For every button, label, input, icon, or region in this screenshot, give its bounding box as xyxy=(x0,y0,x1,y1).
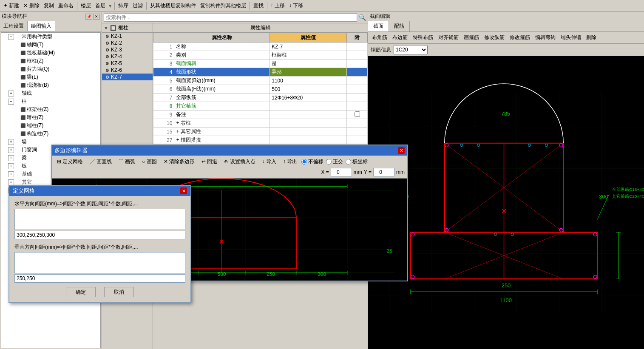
kz-item-KZ-3[interactable]: ⚙KZ-3 xyxy=(102,46,153,53)
search-input[interactable] xyxy=(104,13,357,22)
props-attach-9[interactable] xyxy=(347,111,368,119)
kz-item-KZ-6[interactable]: ⚙KZ-6 xyxy=(102,67,153,74)
section-tool-特殊布筋[interactable]: 特殊布筋 xyxy=(411,33,435,42)
tree-item-end_col[interactable]: ⬛端柱(Z) xyxy=(1,122,100,130)
kz-item-KZ-4[interactable]: ⚙KZ-4 xyxy=(102,53,153,60)
radio-no-offset[interactable] xyxy=(301,159,307,165)
props-row-1[interactable]: 1名称KZ-7 xyxy=(153,43,368,51)
rename-button[interactable]: 重命名 xyxy=(57,1,75,10)
pe-tool-6[interactable]: ⊕ 设置插入点 xyxy=(221,157,258,166)
floor-button[interactable]: 楼层 xyxy=(79,1,93,10)
tree-item-footing[interactable]: ⬛筏板基础(M) xyxy=(1,49,100,57)
tree-item-dark_col[interactable]: ⬛暗柱(Z) xyxy=(1,113,100,122)
props-attach-6[interactable] xyxy=(347,85,368,94)
tree-item-struct_col[interactable]: ⬛构造柱(Z) xyxy=(1,130,100,138)
props-attach-15[interactable] xyxy=(347,128,368,136)
tree-expand-axis_line[interactable]: + xyxy=(8,91,14,96)
props-row-4[interactable]: 4截面形状异形 xyxy=(153,68,368,77)
rebar-info-select[interactable]: 1C20 xyxy=(394,45,428,54)
new-button[interactable]: ✦ 新建 xyxy=(2,1,21,10)
tree-item-beam[interactable]: ⬛梁(L) xyxy=(1,73,100,81)
nav-close-button[interactable]: ✕ xyxy=(93,14,100,20)
x-input[interactable] xyxy=(331,168,352,176)
kz-item-KZ-5[interactable]: ⚙KZ-5 xyxy=(102,60,153,67)
props-value-10[interactable] xyxy=(270,119,347,128)
section-tool-对齐钢筋[interactable]: 对齐钢筋 xyxy=(436,33,461,42)
tree-expand-found[interactable]: + xyxy=(8,171,14,177)
tree-expand-slab_g[interactable]: + xyxy=(8,163,14,169)
tree-item-slab[interactable]: ⬛现浇板(B) xyxy=(1,81,100,89)
section-tool-修改纵筋[interactable]: 修改纵筋 xyxy=(482,33,507,42)
props-attach-7[interactable] xyxy=(347,94,368,102)
grid-def-close[interactable]: ✕ xyxy=(180,187,187,194)
nav-tab-settings[interactable]: 工程设置 xyxy=(0,21,28,31)
props-value-1[interactable]: KZ-7 xyxy=(270,43,347,51)
props-row-2[interactable]: 2类别框架柱 xyxy=(153,51,368,60)
v-field-value[interactable]: 250,250 xyxy=(14,274,185,283)
section-tool-编辑弯钩[interactable]: 编辑弯钩 xyxy=(533,33,558,42)
copy-button[interactable]: 复制 xyxy=(42,1,56,10)
pe-tool-4[interactable]: ✕ 清除多边形 xyxy=(161,157,197,166)
props-value-4[interactable]: 异形 xyxy=(270,68,347,77)
props-attach-8[interactable] xyxy=(347,102,368,111)
tree-item-common[interactable]: −常用构件类型 xyxy=(1,33,100,41)
props-attach-2[interactable] xyxy=(347,51,368,60)
tree-expand-beam_g[interactable]: + xyxy=(8,155,14,161)
props-attach-27[interactable] xyxy=(347,136,368,145)
section-tool-画箍筋[interactable]: 画箍筋 xyxy=(462,33,481,42)
section-tool-布边筋[interactable]: 布边筋 xyxy=(390,33,410,42)
tree-expand-other[interactable]: + xyxy=(8,179,14,185)
kz-item-KZ-1[interactable]: ⚙KZ-1 xyxy=(102,33,153,40)
h-field-input[interactable] xyxy=(14,209,185,230)
search-icon[interactable]: 🔍 xyxy=(359,14,366,21)
props-row-15[interactable]: 15+ 其它属性 xyxy=(153,128,368,136)
move-up-button[interactable]: ↑ 上移 xyxy=(269,1,287,10)
first-floor-button[interactable]: 首层 xyxy=(94,1,107,10)
props-value-7[interactable]: 12Φ16+8Φ20 xyxy=(270,94,347,102)
section-tab-rebar[interactable]: 配筋 xyxy=(389,21,410,31)
props-row-8[interactable]: 8其它箍筋 xyxy=(153,102,368,111)
props-attach-10[interactable] xyxy=(347,119,368,128)
props-value-6[interactable]: 500 xyxy=(270,85,347,94)
props-row-7[interactable]: 7全部纵筋12Φ16+8Φ20 xyxy=(153,94,368,102)
props-row-10[interactable]: 10+ 芯柱 xyxy=(153,119,368,128)
move-down-button[interactable]: ↓ 下移 xyxy=(287,1,305,10)
props-value-15[interactable] xyxy=(270,128,347,136)
props-value-2[interactable]: 框架柱 xyxy=(270,51,347,60)
props-value-9[interactable] xyxy=(270,111,347,119)
section-tool-修改箍筋[interactable]: 修改箍筋 xyxy=(508,33,532,42)
tree-item-shear[interactable]: ⬛剪力墙(Q) xyxy=(1,65,100,73)
props-attach-3[interactable] xyxy=(347,60,368,68)
section-tool-布角筋[interactable]: 布角筋 xyxy=(370,33,389,42)
pe-tool-2[interactable]: ⌒ 画弧 xyxy=(116,157,138,166)
tree-item-col_group[interactable]: −柱 xyxy=(1,97,100,105)
tree-item-frame_col[interactable]: ⬛框架柱(Z) xyxy=(1,105,100,113)
props-value-5[interactable]: 1100 xyxy=(270,77,347,85)
pe-tool-8[interactable]: ↑ 导出 xyxy=(281,157,300,166)
props-attach-1[interactable] xyxy=(347,43,368,51)
radio-polar[interactable] xyxy=(346,159,351,165)
section-tool-端头伸缩[interactable]: 端头伸缩 xyxy=(559,33,583,42)
pe-tool-1[interactable]: ╱ 画直线 xyxy=(87,157,114,166)
props-row-3[interactable]: 3截面编辑是 xyxy=(153,60,368,68)
props-value-3[interactable]: 是 xyxy=(270,60,347,68)
kz-item-KZ-2[interactable]: ⚙KZ-2 xyxy=(102,40,153,46)
tree-item-axis[interactable]: ⬛轴网(T) xyxy=(1,41,100,49)
nav-pin-button[interactable]: 📌 xyxy=(85,14,92,20)
pe-tool-7[interactable]: ↓ 导入 xyxy=(260,157,279,166)
pe-tool-3[interactable]: ○ 画圆 xyxy=(139,157,159,166)
props-attach-5[interactable] xyxy=(347,77,368,85)
delete-button[interactable]: ✕ 删除 xyxy=(22,1,41,10)
props-row-27[interactable]: 27+ 锚固搭接 xyxy=(153,136,368,145)
radio-orthogonal[interactable] xyxy=(326,159,332,165)
props-value-8[interactable] xyxy=(270,102,347,111)
tree-expand-common[interactable]: − xyxy=(8,34,14,40)
tree-item-axis_line[interactable]: +轴线 xyxy=(1,89,100,97)
tree-expand-wall_group[interactable]: + xyxy=(8,139,14,145)
tree-expand-door_win[interactable]: + xyxy=(8,147,14,153)
props-row-9[interactable]: 9备注 xyxy=(153,111,368,119)
props-row-5[interactable]: 5截面宽(B边)(mm)1100 xyxy=(153,77,368,85)
pe-tool-5[interactable]: ↩ 回退 xyxy=(199,157,220,166)
section-tool-删除[interactable]: 删除 xyxy=(584,33,599,42)
y-input[interactable] xyxy=(373,168,394,176)
